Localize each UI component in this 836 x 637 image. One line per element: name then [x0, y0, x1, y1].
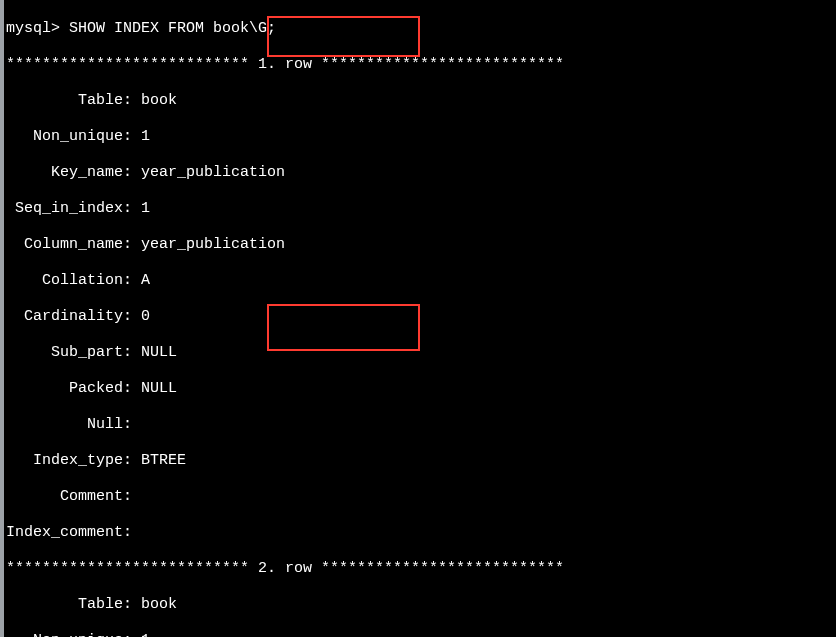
field-index-type: Index_type: BTREE: [6, 452, 836, 470]
field-key-name: Key_name: year_publication: [6, 164, 836, 182]
prompt: mysql>: [6, 20, 69, 37]
field-cardinality: Cardinality: 0: [6, 308, 836, 326]
field-packed: Packed: NULL: [6, 380, 836, 398]
field-non-unique: Non_unique: 1: [6, 632, 836, 637]
field-column-name: Column_name: year_publication: [6, 236, 836, 254]
field-sub-part: Sub_part: NULL: [6, 344, 836, 362]
field-index-comment: Index_comment:: [6, 524, 836, 542]
row-2-label: 2. row: [258, 560, 312, 577]
row-separator-2: *************************** 2. row *****…: [6, 560, 836, 578]
field-comment: Comment:: [6, 488, 836, 506]
field-table: Table: book: [6, 92, 836, 110]
row-separator-1: *************************** 1. row *****…: [6, 56, 836, 74]
field-null: Null:: [6, 416, 836, 434]
sql-command: SHOW INDEX FROM book\G;: [69, 20, 276, 37]
command-line[interactable]: mysql> SHOW INDEX FROM book\G;: [6, 20, 836, 38]
field-table: Table: book: [6, 596, 836, 614]
terminal-output: mysql> SHOW INDEX FROM book\G; *********…: [4, 0, 836, 637]
field-non-unique: Non_unique: 1: [6, 128, 836, 146]
field-collation: Collation: A: [6, 272, 836, 290]
row-1-label: 1. row: [258, 56, 312, 73]
field-seq-in-index: Seq_in_index: 1: [6, 200, 836, 218]
